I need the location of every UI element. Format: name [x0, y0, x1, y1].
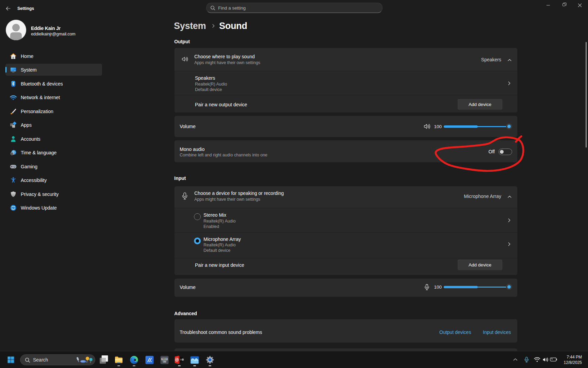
svg-text:RAND: RAND	[162, 358, 168, 360]
svg-text:ONE: ONE	[163, 361, 166, 363]
